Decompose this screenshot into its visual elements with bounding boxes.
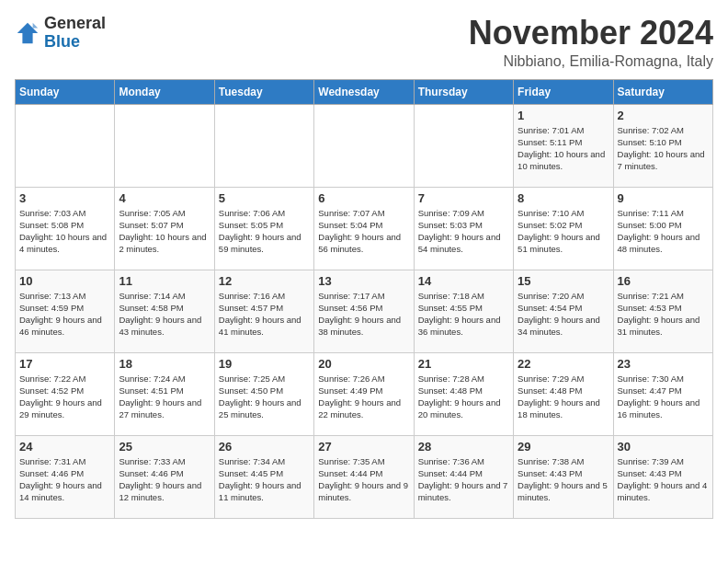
day-number: 22 (518, 357, 609, 371)
day-number: 15 (518, 274, 609, 288)
day-info: Sunrise: 7:26 AM Sunset: 4:49 PM Dayligh… (318, 373, 409, 421)
calendar-week-3: 10Sunrise: 7:13 AM Sunset: 4:59 PM Dayli… (16, 270, 713, 352)
calendar-week-4: 17Sunrise: 7:22 AM Sunset: 4:52 PM Dayli… (16, 352, 713, 435)
day-number: 21 (418, 357, 509, 371)
calendar-cell: 1Sunrise: 7:01 AM Sunset: 5:11 PM Daylig… (514, 104, 613, 187)
calendar-cell: 24Sunrise: 7:31 AM Sunset: 4:46 PM Dayli… (16, 435, 115, 518)
day-number: 16 (618, 274, 709, 288)
day-info: Sunrise: 7:25 AM Sunset: 4:50 PM Dayligh… (219, 373, 310, 421)
calendar-cell: 26Sunrise: 7:34 AM Sunset: 4:45 PM Dayli… (214, 435, 313, 518)
calendar-week-5: 24Sunrise: 7:31 AM Sunset: 4:46 PM Dayli… (16, 435, 713, 518)
calendar-week-1: 1Sunrise: 7:01 AM Sunset: 5:11 PM Daylig… (16, 104, 713, 187)
day-number: 11 (119, 274, 210, 288)
title-area: November 2024 Nibbiano, Emilia-Romagna, … (469, 15, 713, 70)
day-info: Sunrise: 7:38 AM Sunset: 4:43 PM Dayligh… (518, 455, 609, 504)
day-info: Sunrise: 7:36 AM Sunset: 4:44 PM Dayligh… (418, 455, 509, 504)
day-number: 13 (318, 274, 409, 288)
day-number: 20 (318, 357, 409, 371)
day-info: Sunrise: 7:31 AM Sunset: 4:46 PM Dayligh… (19, 455, 110, 504)
calendar-cell: 11Sunrise: 7:14 AM Sunset: 4:58 PM Dayli… (115, 270, 214, 352)
day-number: 3 (19, 191, 110, 205)
calendar-cell: 10Sunrise: 7:13 AM Sunset: 4:59 PM Dayli… (16, 270, 115, 352)
day-info: Sunrise: 7:24 AM Sunset: 4:51 PM Dayligh… (119, 373, 210, 421)
weekday-header-tuesday: Tuesday (214, 79, 313, 104)
calendar-cell: 21Sunrise: 7:28 AM Sunset: 4:48 PM Dayli… (414, 352, 513, 435)
day-info: Sunrise: 7:06 AM Sunset: 5:05 PM Dayligh… (219, 207, 310, 256)
weekday-header-thursday: Thursday (414, 79, 513, 104)
calendar-cell: 12Sunrise: 7:16 AM Sunset: 4:57 PM Dayli… (214, 270, 313, 352)
calendar-week-2: 3Sunrise: 7:03 AM Sunset: 5:08 PM Daylig… (16, 187, 713, 270)
calendar-cell: 13Sunrise: 7:17 AM Sunset: 4:56 PM Dayli… (314, 270, 414, 352)
logo-icon (15, 20, 40, 46)
calendar-cell: 28Sunrise: 7:36 AM Sunset: 4:44 PM Dayli… (414, 435, 513, 518)
calendar-cell: 7Sunrise: 7:09 AM Sunset: 5:03 PM Daylig… (414, 187, 513, 270)
calendar-cell (115, 104, 214, 187)
day-info: Sunrise: 7:13 AM Sunset: 4:59 PM Dayligh… (19, 290, 110, 339)
day-number: 6 (318, 191, 409, 205)
day-info: Sunrise: 7:11 AM Sunset: 5:00 PM Dayligh… (618, 207, 709, 256)
weekday-header-friday: Friday (514, 79, 613, 104)
calendar-cell: 2Sunrise: 7:02 AM Sunset: 5:10 PM Daylig… (613, 104, 712, 187)
weekday-header-saturday: Saturday (613, 79, 712, 104)
day-info: Sunrise: 7:39 AM Sunset: 4:43 PM Dayligh… (618, 455, 709, 504)
day-info: Sunrise: 7:10 AM Sunset: 5:02 PM Dayligh… (518, 207, 609, 256)
calendar-cell: 23Sunrise: 7:30 AM Sunset: 4:47 PM Dayli… (613, 352, 712, 435)
calendar-cell: 22Sunrise: 7:29 AM Sunset: 4:48 PM Dayli… (514, 352, 613, 435)
weekday-header-row: SundayMondayTuesdayWednesdayThursdayFrid… (16, 79, 713, 104)
calendar-cell: 8Sunrise: 7:10 AM Sunset: 5:02 PM Daylig… (514, 187, 613, 270)
day-number: 17 (19, 357, 110, 371)
day-info: Sunrise: 7:29 AM Sunset: 4:48 PM Dayligh… (518, 373, 609, 421)
day-info: Sunrise: 7:34 AM Sunset: 4:45 PM Dayligh… (219, 455, 310, 504)
calendar-cell: 15Sunrise: 7:20 AM Sunset: 4:54 PM Dayli… (514, 270, 613, 352)
day-number: 12 (219, 274, 310, 288)
calendar-cell (16, 104, 115, 187)
day-info: Sunrise: 7:33 AM Sunset: 4:46 PM Dayligh… (119, 455, 210, 504)
day-info: Sunrise: 7:17 AM Sunset: 4:56 PM Dayligh… (318, 290, 409, 339)
day-info: Sunrise: 7:01 AM Sunset: 5:11 PM Dayligh… (518, 124, 609, 173)
day-number: 18 (119, 357, 210, 371)
day-number: 30 (618, 440, 709, 454)
weekday-header-monday: Monday (115, 79, 214, 104)
calendar-cell: 18Sunrise: 7:24 AM Sunset: 4:51 PM Dayli… (115, 352, 214, 435)
day-info: Sunrise: 7:14 AM Sunset: 4:58 PM Dayligh… (119, 290, 210, 339)
day-info: Sunrise: 7:20 AM Sunset: 4:54 PM Dayligh… (518, 290, 609, 339)
day-info: Sunrise: 7:09 AM Sunset: 5:03 PM Dayligh… (418, 207, 509, 256)
calendar-cell: 27Sunrise: 7:35 AM Sunset: 4:44 PM Dayli… (314, 435, 414, 518)
day-number: 8 (518, 191, 609, 205)
day-number: 23 (618, 357, 709, 371)
day-info: Sunrise: 7:18 AM Sunset: 4:55 PM Dayligh… (418, 290, 509, 339)
calendar-cell (414, 104, 513, 187)
svg-marker-1 (33, 23, 39, 29)
calendar-cell: 29Sunrise: 7:38 AM Sunset: 4:43 PM Dayli… (514, 435, 613, 518)
weekday-header-wednesday: Wednesday (314, 79, 414, 104)
calendar-cell: 25Sunrise: 7:33 AM Sunset: 4:46 PM Dayli… (115, 435, 214, 518)
day-number: 4 (119, 191, 210, 205)
day-number: 5 (219, 191, 310, 205)
calendar-cell: 14Sunrise: 7:18 AM Sunset: 4:55 PM Dayli… (414, 270, 513, 352)
day-number: 24 (19, 440, 110, 454)
day-number: 2 (618, 109, 709, 122)
calendar-cell (314, 104, 414, 187)
day-info: Sunrise: 7:03 AM Sunset: 5:08 PM Dayligh… (19, 207, 110, 256)
calendar-cell: 9Sunrise: 7:11 AM Sunset: 5:00 PM Daylig… (613, 187, 712, 270)
month-title: November 2024 (469, 15, 713, 52)
location: Nibbiano, Emilia-Romagna, Italy (469, 53, 713, 70)
calendar-cell: 4Sunrise: 7:05 AM Sunset: 5:07 PM Daylig… (115, 187, 214, 270)
day-number: 1 (518, 109, 609, 122)
header: General Blue November 2024 Nibbiano, Emi… (15, 15, 713, 70)
calendar: SundayMondayTuesdayWednesdayThursdayFrid… (15, 79, 713, 519)
calendar-cell: 20Sunrise: 7:26 AM Sunset: 4:49 PM Dayli… (314, 352, 414, 435)
day-number: 25 (119, 440, 210, 454)
day-number: 27 (318, 440, 409, 454)
day-number: 9 (618, 191, 709, 205)
calendar-cell: 17Sunrise: 7:22 AM Sunset: 4:52 PM Dayli… (16, 352, 115, 435)
calendar-cell: 6Sunrise: 7:07 AM Sunset: 5:04 PM Daylig… (314, 187, 414, 270)
day-number: 29 (518, 440, 609, 454)
day-number: 14 (418, 274, 509, 288)
day-number: 10 (19, 274, 110, 288)
day-info: Sunrise: 7:22 AM Sunset: 4:52 PM Dayligh… (19, 373, 110, 421)
day-info: Sunrise: 7:35 AM Sunset: 4:44 PM Dayligh… (318, 455, 409, 504)
day-number: 26 (219, 440, 310, 454)
calendar-cell: 16Sunrise: 7:21 AM Sunset: 4:53 PM Dayli… (613, 270, 712, 352)
calendar-cell: 3Sunrise: 7:03 AM Sunset: 5:08 PM Daylig… (16, 187, 115, 270)
